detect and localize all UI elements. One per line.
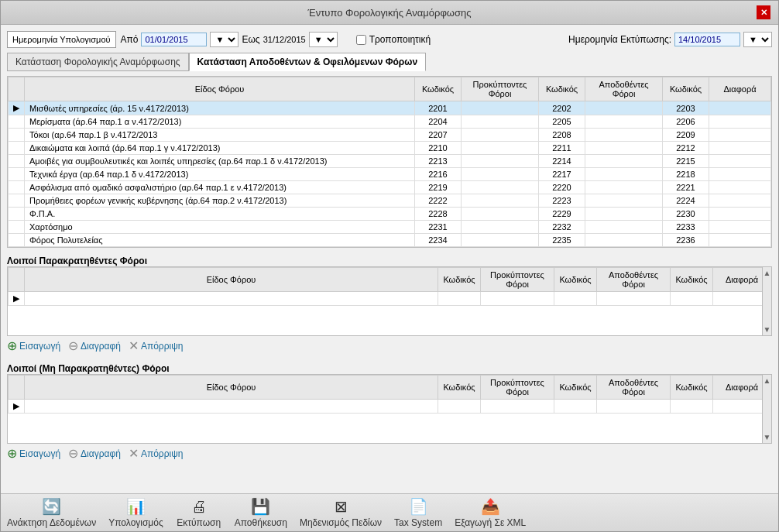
s2-col-apod: Αποδοθέντες Φόροι xyxy=(597,376,671,400)
cell-val1 xyxy=(462,101,539,115)
cell-kod2: 2205 xyxy=(539,115,585,129)
cell-val3 xyxy=(709,101,771,115)
s2-cancel-button[interactable]: ✕ Απόρριψη xyxy=(129,446,184,461)
cell-val3 xyxy=(709,129,771,142)
cell-kod1: 2201 xyxy=(415,101,462,115)
cell-kod1: 2210 xyxy=(415,142,462,155)
s1-col-kod2: Κωδικός xyxy=(554,268,597,292)
s2-insert-button[interactable]: ⊕ Εισαγωγή xyxy=(7,446,60,461)
cell-kod2: 2208 xyxy=(539,129,585,142)
section2-table: Είδος Φόρου Κωδικός Προκύπτοντες Φόροι Κ… xyxy=(8,375,771,414)
export-label: Εξαγωγή Σε XML xyxy=(455,517,526,528)
section2-scrollbar: ▲ ▼ xyxy=(762,375,771,443)
sb1-up[interactable]: ▲ xyxy=(763,267,771,279)
s2-col-kod1: Κωδικός xyxy=(438,376,481,400)
s2-delete-label: Διαγραφή xyxy=(81,448,121,459)
anaktisi-button[interactable]: 🔄 Ανάκτηση Δεδομένων xyxy=(7,497,96,528)
close-button[interactable]: ✕ xyxy=(757,5,770,19)
cell-kod3: 2203 xyxy=(663,101,709,115)
cell-kod3: 2236 xyxy=(663,234,709,247)
window-title: Έντυπο Φορολογικής Αναμόρφωσης xyxy=(22,7,757,19)
cell-val1 xyxy=(462,142,539,155)
cell-kod2: 2214 xyxy=(539,155,585,168)
cell-kod2: 2211 xyxy=(539,142,585,155)
tropoioitiki-checkbox[interactable] xyxy=(356,35,366,45)
s2-insert-label: Εισαγωγή xyxy=(19,448,60,459)
ypologismos-icon: 📊 xyxy=(126,497,146,516)
table-row[interactable]: Ασφάλισμα από ομαδικό ασφαλιστήριο (αρ.6… xyxy=(9,181,771,194)
cell-val3 xyxy=(709,234,771,247)
anaktisi-label: Ανάκτηση Δεδομένων xyxy=(7,517,96,528)
print-date-input[interactable] xyxy=(674,33,740,46)
cell-val1 xyxy=(462,194,539,208)
s1-delete-icon: ⊖ xyxy=(68,338,78,353)
col-kodikos3: Κωδικός xyxy=(663,77,709,101)
taxsystem-label: Tax System xyxy=(394,517,442,528)
cell-val2 xyxy=(585,181,663,194)
s2-col-prok: Προκύπτοντες Φόροι xyxy=(481,376,554,400)
from-date-input[interactable] xyxy=(141,33,207,46)
s2-insert-icon: ⊕ xyxy=(7,446,17,461)
cell-eidos: Δικαιώματα και λοιπά (άρ.64 παρ.1 γ ν.41… xyxy=(25,142,415,155)
cell-kod2: 2232 xyxy=(539,221,585,234)
table-row[interactable]: Αμοιβές για συμβουλευτικές και λοιπές υπ… xyxy=(9,155,771,168)
s1-insert-button[interactable]: ⊕ Εισαγωγή xyxy=(7,338,60,353)
export-button[interactable]: 📤 Εξαγωγή Σε XML xyxy=(455,497,526,528)
apothikeusi-button[interactable]: 💾 Αποθήκευση xyxy=(235,497,287,528)
cell-val2 xyxy=(585,115,663,129)
cell-val1 xyxy=(462,168,539,181)
cell-kod1: 2219 xyxy=(415,181,462,194)
tab-katastasi-apodoth[interactable]: Κατάσταση Αποδοθέντων & Οφειλόμενων Φόρω… xyxy=(189,53,426,71)
sb2-down[interactable]: ▼ xyxy=(763,431,771,443)
cell-kod2: 2217 xyxy=(539,168,585,181)
table-row[interactable]: Τόκοι (αρ.64 παρ.1 β ν.4172/2013 2207 22… xyxy=(9,129,771,142)
sb1-down[interactable]: ▼ xyxy=(763,324,771,335)
cell-val1 xyxy=(462,234,539,247)
to-date-dropdown[interactable]: ▼ xyxy=(309,32,338,47)
cell-kod3: 2230 xyxy=(663,208,709,221)
s2-delete-button[interactable]: ⊖ Διαγραφή xyxy=(68,446,121,461)
title-bar: Έντυπο Φορολογικής Αναμόρφωσης ✕ xyxy=(1,1,778,25)
s1-delete-button[interactable]: ⊖ Διαγραφή xyxy=(68,338,121,353)
ypologismos-button[interactable]: 📊 Υπολογισμός xyxy=(108,497,163,528)
date-section: Ημερομηνία Υπολογισμού Από ▼ Εως 31/12/2… xyxy=(7,31,772,48)
table-row[interactable]: Δικαιώματα και λοιπά (άρ.64 παρ.1 γ ν.41… xyxy=(9,142,771,155)
cell-val2 xyxy=(585,101,663,115)
table-row[interactable]: Μερίσματα (άρ.64 παρ.1 α ν.4172/2013) 22… xyxy=(9,115,771,129)
section1-table: Είδος Φόρου Κωδικός Προκύπτοντες Φόροι Κ… xyxy=(8,267,771,306)
s1-col-eidos: Είδος Φόρου xyxy=(25,268,438,292)
s1-cancel-label: Απόρριψη xyxy=(141,341,184,352)
cell-val2 xyxy=(585,129,663,142)
cell-kod3: 2209 xyxy=(663,129,709,142)
cell-val3 xyxy=(709,155,771,168)
s2-cancel-label: Απόρριψη xyxy=(141,448,184,459)
midenismos-button[interactable]: ⊠ Μηδενισμός Πεδίων xyxy=(300,497,382,528)
cell-eidos: Φ.Π.Α. xyxy=(25,208,415,221)
anaktisi-icon: 🔄 xyxy=(42,497,61,516)
ektyposi-button[interactable]: 🖨 Εκτύπωση xyxy=(176,498,222,528)
table-row[interactable]: Τεχνικά έργα (αρ.64 παρ.1 δ ν.4172/2013)… xyxy=(9,168,771,181)
table-row[interactable]: Φ.Π.Α. 2228 2229 2230 xyxy=(9,208,771,221)
print-date-dropdown[interactable]: ▼ xyxy=(743,32,772,47)
sb2-up[interactable]: ▲ xyxy=(763,375,771,386)
cell-kod3: 2206 xyxy=(663,115,709,129)
section1-title: Λοιποί Παρακρατηθέντες Φόροι xyxy=(7,256,772,266)
cell-val3 xyxy=(709,194,771,208)
date-section-label: Ημερομηνία Υπολογισμού xyxy=(12,35,111,44)
cell-kod1: 2204 xyxy=(415,115,462,129)
s1-cancel-button[interactable]: ✕ Απόρριψη xyxy=(129,338,184,353)
s1-empty-row: ▶ xyxy=(9,292,771,306)
cell-val2 xyxy=(585,208,663,221)
table-row[interactable]: Φόρος Πολυτελείας 2234 2235 2236 xyxy=(9,234,771,247)
from-date-dropdown[interactable]: ▼ xyxy=(210,32,239,47)
table-row[interactable]: ▶ Μισθωτές υπηρεσίες (άρ. 15 ν.4172/2013… xyxy=(9,101,771,115)
taxsystem-button[interactable]: 📄 Tax System xyxy=(394,497,442,528)
print-date-section: Ημερομηνία Εκτύπωσης: ▼ xyxy=(568,32,772,47)
row-arrow xyxy=(9,168,25,181)
cell-val3 xyxy=(709,181,771,194)
tab-katastasi-forolog[interactable]: Κατάσταση Φορολογικής Αναμόρφωσης xyxy=(7,53,189,71)
cell-kod2: 2223 xyxy=(539,194,585,208)
table-row[interactable]: Χαρτόσημο 2231 2232 2233 xyxy=(9,221,771,234)
main-table: Είδος Φόρου Κωδικός Προκύπτοντες Φόροι Κ… xyxy=(8,77,771,247)
table-row[interactable]: Προμήθειες φορέων γενικής κυβέρνησης (άρ… xyxy=(9,194,771,208)
